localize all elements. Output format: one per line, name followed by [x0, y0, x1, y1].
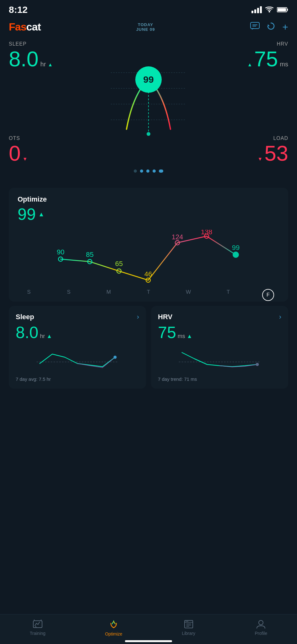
today-label: TODAY [136, 22, 155, 27]
svg-rect-3 [278, 8, 286, 11]
hrv-card-header: HRV › [158, 313, 281, 321]
signal-icon [251, 6, 262, 13]
nav-profile-label: Profile [255, 631, 267, 636]
dot-5[interactable] [159, 169, 163, 173]
hrv-card-value: 75 [158, 323, 176, 342]
ots-value: 0 [9, 142, 21, 164]
sleep-metric: SLEEP 8.0 hr ▲ [9, 41, 53, 69]
ots-metric: OTS 0 ▼ [9, 136, 28, 164]
hrv-value: 75 [254, 48, 278, 69]
day-w: W [179, 289, 198, 301]
sleep-mini-chart [16, 346, 139, 371]
header-date-section: TODAY JUNE 09 [136, 22, 155, 32]
svg-text:99: 99 [143, 74, 154, 85]
hrv-card-arrow[interactable]: › [279, 313, 281, 321]
optimize-title: Optimize [18, 195, 279, 203]
nav-library[interactable]: Library [182, 619, 195, 636]
svg-point-33 [256, 363, 259, 366]
svg-text:124: 124 [172, 233, 183, 241]
svg-text:85: 85 [86, 251, 94, 258]
sleep-card-unit: hr [40, 333, 45, 340]
hrv-value-row: ▲ 75 ms [247, 48, 288, 69]
nav-profile[interactable]: Profile [255, 619, 267, 636]
svg-text:99: 99 [232, 244, 240, 252]
nav-optimize-label: Optimize [105, 631, 122, 636]
header-actions: + [250, 22, 288, 32]
refresh-button[interactable] [267, 22, 275, 32]
hrv-metric: HRV ▲ 75 ms [247, 41, 288, 69]
dot-2[interactable] [140, 169, 143, 173]
optimize-score-row: 99 ▲ [18, 205, 279, 224]
load-value-row: ▼ 53 [258, 142, 288, 164]
add-button[interactable]: + [282, 22, 288, 32]
logo-cat: cat [26, 21, 41, 33]
svg-rect-4 [251, 22, 259, 29]
optimize-score: 99 [18, 205, 36, 224]
svg-point-43 [259, 620, 263, 625]
hrv-card-title: HRV [158, 313, 172, 321]
svg-point-31 [114, 356, 117, 359]
battery-icon [277, 7, 288, 13]
week-chart: 90 85 65 46 124 138 99 S S M T W T F [18, 230, 279, 293]
sleep-label: SLEEP [9, 41, 53, 47]
cards-row: Sleep › 8.0 hr ▲ 7 day avg: 7.5 hr HRV ›… [9, 306, 288, 389]
sleep-card-value: 8.0 [16, 323, 38, 342]
load-value: 53 [264, 142, 288, 164]
load-label: LOAD [258, 136, 288, 141]
sleep-unit: hr [40, 61, 46, 68]
nav-optimize[interactable]: Optimize [105, 619, 122, 636]
optimize-icon [108, 619, 119, 630]
sleep-card-arrow[interactable]: › [137, 313, 139, 321]
ots-value-row: 0 ▼ [9, 142, 28, 164]
hrv-mini-chart [158, 346, 281, 371]
load-trend-icon: ▼ [258, 156, 263, 162]
logo-fas: Fas [9, 21, 26, 33]
optimize-trend-icon: ▲ [38, 211, 45, 218]
dot-1[interactable] [134, 169, 137, 173]
day-m: M [99, 289, 118, 301]
day-t1: T [139, 289, 158, 301]
sleep-card-trend: ▲ [46, 333, 52, 340]
day-s2: S [59, 289, 78, 301]
svg-point-42 [187, 621, 188, 622]
svg-text:138: 138 [201, 230, 213, 236]
svg-point-0 [269, 11, 270, 13]
hrv-label: HRV [247, 41, 288, 47]
arc-svg: 99 [95, 63, 202, 151]
header: Fascat TODAY JUNE 09 + [0, 18, 297, 37]
hrv-card-value-row: 75 ms ▲ [158, 323, 281, 342]
day-f-circle: F [259, 289, 278, 301]
week-chart-svg: 90 85 65 46 124 138 99 [18, 230, 279, 286]
profile-icon [256, 619, 266, 629]
status-time: 8:12 [9, 4, 28, 15]
hrv-card: HRV › 75 ms ▲ 7 day trend: 71 ms [151, 306, 288, 389]
dot-3[interactable] [146, 169, 149, 173]
nav-training-label: Training [30, 631, 46, 636]
sleep-card-footer: 7 day avg: 7.5 hr [16, 376, 139, 382]
day-labels-row: S S M T W T F [18, 288, 279, 301]
svg-point-41 [186, 621, 186, 622]
wifi-icon [265, 7, 274, 13]
svg-text:46: 46 [144, 270, 152, 278]
sleep-value-row: 8.0 hr ▲ [9, 48, 53, 69]
status-icons [251, 6, 288, 13]
metrics-section: SLEEP 8.0 hr ▲ HRV ▲ 75 ms [0, 37, 297, 183]
message-button[interactable] [250, 22, 260, 32]
svg-point-22 [233, 252, 239, 258]
optimize-card: Optimize 99 ▲ [9, 188, 288, 302]
hrv-card-unit: ms [178, 333, 185, 340]
svg-text:65: 65 [115, 260, 123, 268]
sleep-card-value-row: 8.0 hr ▲ [16, 323, 139, 342]
day-s1: S [19, 289, 38, 301]
hrv-card-footer: 7 day trend: 71 ms [158, 376, 281, 382]
svg-point-13 [147, 132, 150, 136]
hrv-unit: ms [280, 61, 288, 68]
status-bar: 8:12 [0, 0, 297, 18]
home-indicator [125, 638, 172, 642]
dot-4[interactable] [153, 169, 156, 173]
nav-training[interactable]: Training [30, 619, 46, 636]
ots-label: OTS [9, 136, 28, 141]
hrv-trend-icon: ▲ [247, 62, 252, 68]
date-label: JUNE 09 [136, 27, 155, 32]
hrv-card-trend: ▲ [187, 333, 192, 340]
